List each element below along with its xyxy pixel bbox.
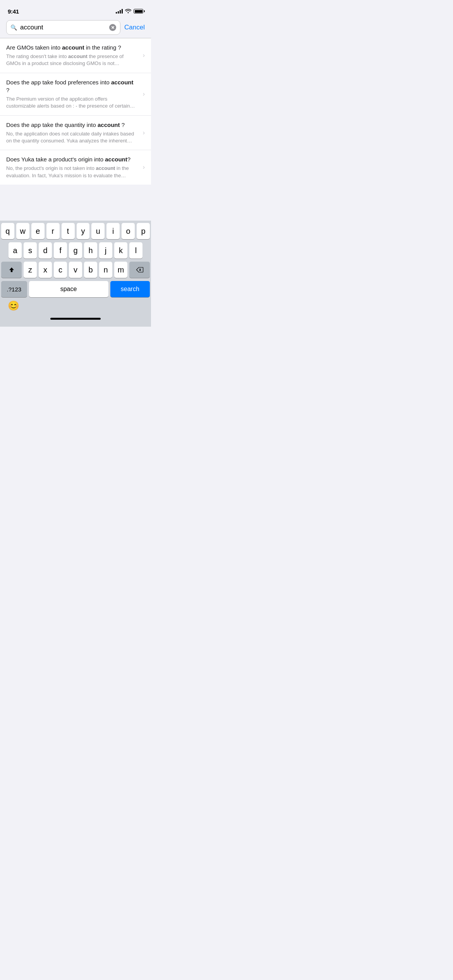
key-t[interactable]: t [62, 223, 75, 239]
key-h[interactable]: h [84, 242, 97, 259]
key-r[interactable]: r [46, 223, 60, 239]
signal-icon [116, 9, 123, 14]
result-content-3: Does the app take the quantity into acco… [6, 121, 143, 145]
key-l[interactable]: l [129, 242, 142, 259]
key-e[interactable]: e [31, 223, 45, 239]
key-q[interactable]: q [1, 223, 14, 239]
keyboard-rows: q w e r t y u i o p a s d f g h j k l [0, 221, 151, 298]
battery-icon [134, 9, 143, 14]
key-d[interactable]: d [39, 242, 52, 259]
result-excerpt-1: The rating doesn't take into account the… [6, 53, 138, 67]
chevron-right-icon-4: › [143, 164, 145, 171]
chevron-right-icon-1: › [143, 52, 145, 59]
search-key[interactable]: search [110, 281, 150, 297]
key-o[interactable]: o [122, 223, 135, 239]
search-magnifier-icon: 🔍 [10, 24, 17, 31]
key-g[interactable]: g [69, 242, 82, 259]
key-m[interactable]: m [114, 262, 127, 278]
keyboard-bottom-bar: 😊 [0, 298, 151, 314]
result-excerpt-2: The Premium version of the application o… [6, 96, 138, 110]
result-content-2: Does the app take food preferences into … [6, 79, 143, 110]
status-time: 9:41 [8, 8, 19, 15]
result-title-3: Does the app take the quantity into acco… [6, 121, 138, 129]
emoji-button[interactable]: 😊 [8, 300, 19, 311]
status-icons [116, 9, 143, 14]
result-item-1[interactable]: Are GMOs taken into account in the ratin… [0, 38, 151, 73]
key-n[interactable]: n [99, 262, 112, 278]
result-excerpt-4: No, the product's origin is not taken in… [6, 165, 138, 179]
keyboard-row-3: z x c v b n m [1, 262, 150, 278]
result-excerpt-3: No, the application does not calculate d… [6, 130, 138, 144]
chevron-right-icon-2: › [143, 91, 145, 98]
key-a[interactable]: a [9, 242, 22, 259]
result-item-2[interactable]: Does the app take food preferences into … [0, 73, 151, 116]
result-title-4: Does Yuka take a product's origin into a… [6, 156, 138, 163]
key-b[interactable]: b [84, 262, 97, 278]
result-content-1: Are GMOs taken into account in the ratin… [6, 44, 143, 67]
key-i[interactable]: i [106, 223, 120, 239]
chevron-right-icon-3: › [143, 129, 145, 136]
result-title-2: Does the app take food preferences into … [6, 79, 138, 94]
keyboard-row-1: q w e r t y u i o p [1, 223, 150, 239]
keyboard-row-4: .?123 space search [1, 281, 150, 297]
wifi-icon [125, 9, 131, 14]
key-u[interactable]: u [91, 223, 105, 239]
key-z[interactable]: z [24, 262, 37, 278]
keyboard: q w e r t y u i o p a s d f g h j k l [0, 221, 151, 327]
results-list: Are GMOs taken into account in the ratin… [0, 38, 151, 185]
key-p[interactable]: p [137, 223, 150, 239]
clear-search-button[interactable] [109, 24, 116, 31]
key-s[interactable]: s [24, 242, 37, 259]
space-key[interactable]: space [29, 281, 108, 297]
number-key[interactable]: .?123 [1, 281, 27, 297]
home-indicator [50, 318, 101, 320]
keyboard-row-2: a s d f g h j k l [1, 242, 150, 259]
key-v[interactable]: v [69, 262, 82, 278]
delete-key[interactable] [129, 262, 150, 278]
key-w[interactable]: w [16, 223, 29, 239]
search-input[interactable]: account [20, 24, 106, 31]
key-y[interactable]: y [77, 223, 90, 239]
key-j[interactable]: j [99, 242, 112, 259]
result-item-4[interactable]: Does Yuka take a product's origin into a… [0, 150, 151, 185]
search-bar: 🔍 account Cancel [0, 17, 151, 38]
result-item-3[interactable]: Does the app take the quantity into acco… [0, 116, 151, 151]
cancel-button[interactable]: Cancel [124, 24, 145, 31]
key-f[interactable]: f [54, 242, 67, 259]
key-k[interactable]: k [114, 242, 127, 259]
key-c[interactable]: c [54, 262, 67, 278]
key-x[interactable]: x [39, 262, 52, 278]
result-title-1: Are GMOs taken into account in the ratin… [6, 44, 138, 51]
shift-key[interactable] [1, 262, 22, 278]
result-content-4: Does Yuka take a product's origin into a… [6, 156, 143, 179]
home-indicator-bar [0, 314, 151, 327]
status-bar: 9:41 [0, 0, 151, 17]
search-input-wrapper[interactable]: 🔍 account [6, 20, 120, 35]
